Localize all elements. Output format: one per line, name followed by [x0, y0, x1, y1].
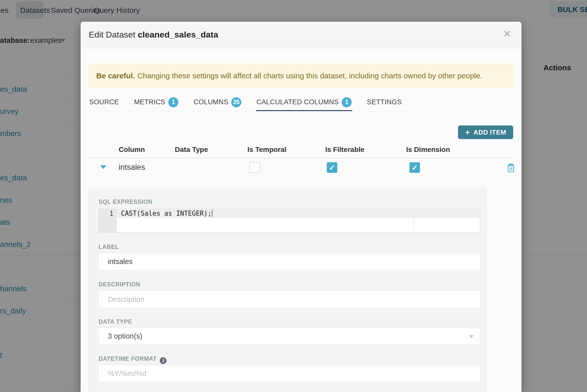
tab-source[interactable]: SOURCE — [89, 93, 119, 111]
tab-calculated-columns[interactable]: CALCULATED COLUMNS 1 — [256, 93, 352, 111]
text-cursor — [212, 210, 212, 217]
modal-title: Edit Dataset cleaned_sales_data — [89, 30, 218, 40]
add-item-button[interactable]: + ADD ITEM — [458, 125, 513, 139]
datetime-format-input[interactable] — [99, 365, 480, 382]
line-number: 1 — [109, 210, 113, 217]
sql-code: CAST(Sales as INTEGER); — [121, 210, 212, 217]
modal-header: Edit Dataset cleaned_sales_data ✕ — [81, 22, 521, 48]
delete-trash-icon[interactable] — [506, 162, 516, 173]
editor-gutter: 1 — [99, 209, 117, 232]
tab-badge: 1 — [168, 97, 178, 107]
sql-expression-editor[interactable]: 1 CAST(Sales as INTEGER); — [99, 209, 480, 233]
tabs-divider — [88, 111, 514, 111]
col-header-is-filterable: Is Filterable — [325, 146, 365, 154]
calculated-column-name: intsales — [119, 163, 145, 172]
data-type-select[interactable]: 3 option(s) — [99, 328, 480, 345]
tab-badge: 25 — [231, 97, 241, 107]
select-caret-icon — [469, 335, 474, 338]
tab-label: METRICS — [134, 98, 165, 106]
tab-badge: 1 — [342, 97, 352, 107]
warning-banner: Be careful. Changing these settings will… — [88, 63, 514, 88]
editor-print-margin — [414, 209, 414, 232]
col-header-data-type: Data Type — [175, 146, 208, 154]
sql-code-text: CAST(Sales as INTEGER); — [121, 210, 212, 217]
checkbox-is-temporal[interactable] — [249, 162, 260, 173]
modal-tabs: SOURCE METRICS 1 COLUMNS 25 CALCULATED C… — [89, 93, 402, 111]
info-icon[interactable]: i — [160, 357, 167, 364]
plus-icon: + — [465, 128, 470, 136]
tab-label: COLUMNS — [193, 98, 228, 106]
add-item-label: ADD ITEM — [473, 128, 506, 136]
checkbox-is-filterable[interactable] — [327, 162, 337, 173]
checkbox-is-dimension[interactable] — [409, 162, 420, 173]
col-header-is-dimension: Is Dimension — [406, 146, 450, 154]
description-label: DESCRIPTION — [99, 281, 140, 288]
col-header-is-temporal: Is Temporal — [247, 146, 286, 154]
tab-label: CALCULATED COLUMNS — [256, 98, 339, 106]
edit-dataset-modal: Edit Dataset cleaned_sales_data ✕ Be car… — [81, 22, 521, 392]
description-input[interactable] — [99, 290, 480, 308]
modal-title-dataset: cleaned_sales_data — [138, 30, 218, 39]
datetime-format-label: DATETIME FORMATi — [99, 355, 167, 364]
warning-text: Changing these settings will affect all … — [137, 72, 482, 80]
col-header-column: Column — [119, 146, 145, 154]
warning-bold: Be careful. — [96, 72, 135, 80]
row-expander-caret-icon[interactable] — [100, 165, 106, 169]
header-divider — [88, 158, 514, 158]
calculated-column-detail-panel: SQL EXPRESSION 1 CAST(Sales as INTEGER);… — [88, 188, 487, 392]
tab-metrics[interactable]: METRICS 1 — [134, 93, 178, 111]
data-type-label: DATA TYPE — [99, 318, 132, 325]
datetime-format-label-text: DATETIME FORMAT — [99, 355, 157, 362]
tab-settings[interactable]: SETTINGS — [367, 93, 402, 111]
close-icon[interactable]: ✕ — [503, 29, 511, 39]
screen: es Datasets Saved Queries Query History … — [0, 0, 587, 392]
modal-title-prefix: Edit Dataset — [89, 30, 138, 39]
data-type-value: 3 option(s) — [108, 332, 142, 340]
tab-label: SETTINGS — [367, 98, 402, 106]
label-label: LABEL — [99, 244, 119, 250]
tab-label: SOURCE — [89, 98, 119, 106]
sql-expression-label: SQL EXPRESSION — [99, 199, 152, 205]
label-input[interactable] — [99, 253, 480, 270]
tab-columns[interactable]: COLUMNS 25 — [193, 93, 241, 111]
